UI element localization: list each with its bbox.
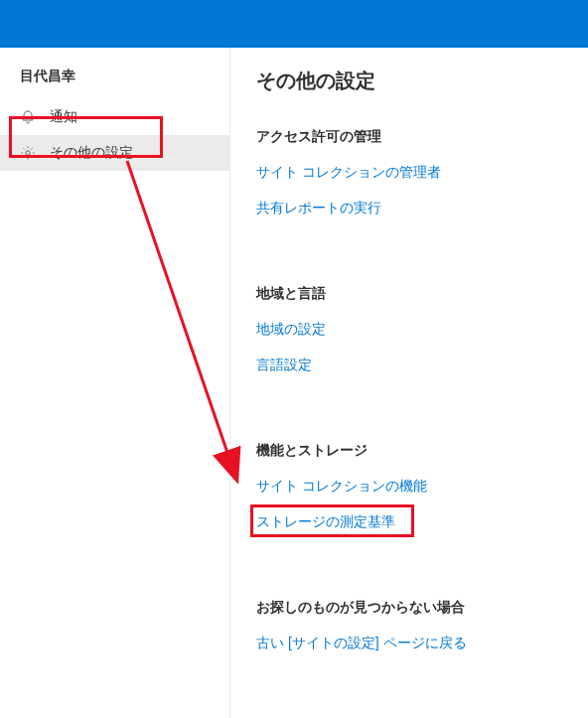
section-heading: 機能とストレージ	[256, 442, 562, 460]
link-classic-site-settings[interactable]: 古い [サイトの設定] ページに戻る	[256, 635, 562, 652]
link-storage-metrics[interactable]: ストレージの測定基準	[256, 513, 562, 531]
link-regional-settings[interactable]: 地域の設定	[256, 321, 562, 339]
gear-icon	[20, 145, 36, 161]
section-heading: 地域と言語	[256, 285, 562, 303]
section-not-found: お探しのものが見つからない場合 古い [サイトの設定] ページに戻る	[256, 599, 562, 652]
page-title: その他の設定	[256, 68, 562, 94]
link-site-collection-features[interactable]: サイト コレクションの機能	[256, 478, 562, 496]
svg-point-0	[26, 151, 30, 155]
link-language-settings[interactable]: 言語設定	[256, 357, 562, 374]
sidebar-item-label: その他の設定	[50, 144, 133, 162]
sidebar-item-notifications[interactable]: 通知	[0, 99, 229, 135]
section-features-storage: 機能とストレージ サイト コレクションの機能 ストレージの測定基準	[256, 442, 562, 531]
top-bar	[0, 0, 588, 48]
section-permissions: アクセス許可の管理 サイト コレクションの管理者 共有レポートの実行	[256, 128, 562, 217]
section-heading: アクセス許可の管理	[256, 128, 562, 146]
sidebar-user-name: 目代昌幸	[0, 64, 229, 99]
main-panel: その他の設定 アクセス許可の管理 サイト コレクションの管理者 共有レポートの実…	[230, 48, 588, 718]
link-site-collection-admins[interactable]: サイト コレクションの管理者	[256, 164, 562, 182]
section-heading: お探しのものが見つからない場合	[256, 599, 562, 617]
sidebar-item-other-settings[interactable]: その他の設定	[0, 135, 229, 171]
content-container: 目代昌幸 通知 その他の設定 その他の設定 アクセス許可の管理	[0, 48, 588, 718]
bell-icon	[20, 109, 36, 125]
section-region-language: 地域と言語 地域の設定 言語設定	[256, 285, 562, 374]
link-run-sharing-report[interactable]: 共有レポートの実行	[256, 200, 562, 217]
sidebar: 目代昌幸 通知 その他の設定	[0, 48, 230, 718]
sidebar-item-label: 通知	[50, 108, 77, 126]
